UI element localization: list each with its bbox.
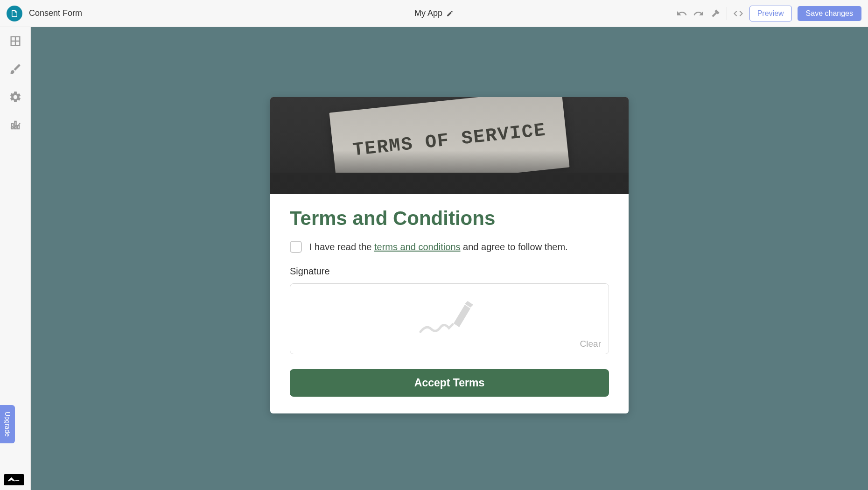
pencil-icon [446, 10, 454, 17]
save-changes-button[interactable]: Save changes [798, 6, 861, 21]
app-name-container[interactable]: My App [414, 8, 454, 18]
card-heading: Terms and Conditions [290, 207, 609, 230]
brush-icon[interactable] [9, 63, 22, 76]
divider [727, 7, 727, 20]
signature-placeholder-icon [418, 300, 481, 337]
canvas[interactable]: TERMS OF SERVICE Terms and Conditions I … [31, 27, 868, 490]
main: Upgrade TERMS OF SERVICE Terms and Condi… [0, 27, 868, 490]
redo-icon[interactable] [693, 8, 704, 19]
brand-badge[interactable] [4, 474, 24, 485]
signature-label: Signature [290, 266, 609, 277]
card-body: Terms and Conditions I have read the ter… [270, 194, 629, 413]
page-title: Consent Form [29, 8, 82, 18]
topbar-right: Preview Save changes [676, 6, 861, 21]
accept-terms-button[interactable]: Accept Terms [290, 369, 609, 397]
hero-shadow [270, 173, 629, 194]
app-logo[interactable] [7, 6, 22, 21]
upgrade-tab[interactable]: Upgrade [0, 405, 15, 443]
hammer-icon[interactable] [710, 8, 721, 19]
consent-checkbox[interactable] [290, 241, 302, 253]
undo-icon[interactable] [676, 8, 687, 19]
hero-image: TERMS OF SERVICE [270, 97, 629, 194]
terms-link[interactable]: terms and conditions [374, 242, 461, 252]
layout-icon[interactable] [9, 35, 22, 48]
consent-suffix: and agree to follow them. [461, 242, 568, 252]
signature-input[interactable]: Clear [290, 283, 609, 354]
clear-signature-button[interactable]: Clear [580, 339, 601, 349]
consent-row: I have read the terms and conditions and… [290, 241, 609, 253]
left-sidebar: Upgrade [0, 27, 31, 490]
topbar: Consent Form My App Preview Save changes [0, 0, 868, 27]
form-card[interactable]: TERMS OF SERVICE Terms and Conditions I … [270, 97, 629, 413]
consent-prefix: I have read the [309, 242, 374, 252]
consent-text: I have read the terms and conditions and… [309, 242, 568, 252]
app-name: My App [414, 8, 442, 18]
chart-icon[interactable] [9, 119, 22, 132]
preview-button[interactable]: Preview [749, 6, 792, 21]
gear-icon[interactable] [9, 91, 22, 104]
code-icon[interactable] [733, 8, 744, 19]
